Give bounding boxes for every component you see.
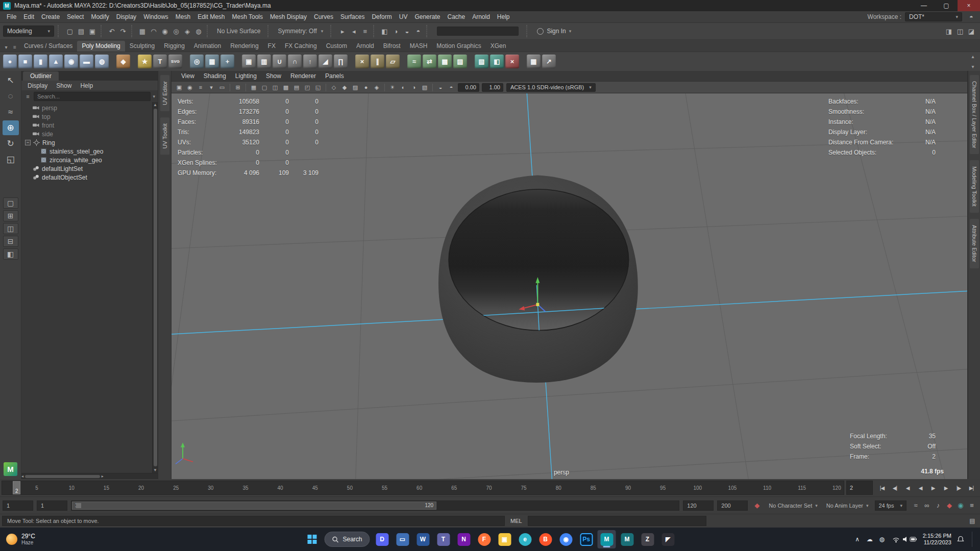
character-key-icon[interactable]: ◆ [751,500,763,511]
bookmark-icon[interactable]: ▾ [206,82,216,92]
animation-start-field[interactable]: 1 [3,500,33,511]
search-input[interactable] [34,92,151,101]
make-live-icon[interactable]: ◍ [193,26,204,37]
outliner-item-persp[interactable]: persp [21,104,152,112]
shelf-tab-animation[interactable]: Animation [189,41,226,52]
poly-plane-icon[interactable]: ▬ [80,55,93,68]
scene[interactable]: Verts:10505800Edges:17327600Faces:893160… [172,93,967,479]
free-point-icon[interactable]: + [220,55,234,68]
outliner-item-top[interactable]: top [21,112,152,121]
panel-menu-lighting[interactable]: Lighting [231,72,261,80]
snap-point-icon[interactable]: ◉ [159,26,170,37]
ipr-render-icon[interactable]: ◒ [401,26,412,37]
step-back-button[interactable]: ◀ [901,482,914,494]
maximize-button[interactable]: ▢ [935,0,958,11]
menu-create[interactable]: Create [38,12,63,21]
undo-icon[interactable]: ↶ [106,26,117,37]
bevel-icon[interactable]: ◢ [318,55,332,68]
mudbox-app[interactable]: M [618,530,636,548]
scroll-down-icon[interactable]: ▼ [153,467,157,473]
script-editor-icon[interactable]: ▤ [967,516,978,526]
render-current-frame-icon[interactable]: ◑ [390,26,401,37]
menu-cache[interactable]: Cache [444,12,469,21]
camera-attributes-icon[interactable]: ≡ [195,82,206,92]
chrome-app[interactable]: ◉ [557,530,575,548]
two-pane-side-layout[interactable]: ◫ [3,223,18,234]
onedrive-icon[interactable]: ☁ [866,536,874,543]
shelf-tab-rigging[interactable]: Rigging [159,41,189,52]
redo-icon[interactable]: ↷ [117,26,129,37]
discord-app[interactable]: D [373,530,391,548]
ui-toggle-down-icon[interactable]: ▾ [969,62,977,71]
show-desktop-button[interactable] [972,532,974,547]
playback-start-field[interactable]: 1 [37,500,67,511]
scroll-right-icon[interactable]: ▸ [102,473,104,479]
file-save-icon[interactable]: ▣ [87,26,98,37]
expand-collapse-toggle[interactable]: − [25,140,31,145]
menu-arnold[interactable]: Arnold [469,12,494,21]
menu-modify[interactable]: Modify [87,12,112,21]
camera-select-icon[interactable]: ▣ [174,82,184,92]
outliner-item-defaultlightset[interactable]: defaultLightSet [21,164,152,173]
mel-label[interactable]: MEL [508,518,524,524]
live-surface-label[interactable]: No Live Surface [213,28,264,35]
file-explorer-app[interactable]: ▣ [496,530,514,548]
notification-bell-icon[interactable] [957,536,964,543]
select-tool[interactable]: ↖ [3,73,19,88]
range-bar[interactable]: 1 120 [72,502,436,510]
make-live-icon[interactable]: ◎ [190,55,204,68]
shelf-gear-icon[interactable]: ≡ [11,42,19,52]
time-slider-track[interactable]: 2 51015202530354045505560657075808590951… [2,481,844,495]
single-pane-layout[interactable]: ▢ [3,197,18,209]
shadows-icon[interactable]: ◐ [398,82,408,92]
shelf-tab-fx-caching[interactable]: FX Caching [280,41,322,52]
quick-selection-field[interactable] [437,27,519,36]
menu-curves[interactable]: Curves [310,12,337,21]
film-gate-icon[interactable]: ▢ [259,82,270,92]
insert-edge-loop-icon[interactable]: ∥ [371,55,384,68]
edge-app[interactable]: e [516,530,534,548]
menu-mesh[interactable]: Mesh [172,12,194,21]
workspace-gear-icon[interactable]: ◓ [966,11,977,22]
type-tool-icon[interactable]: T [153,55,167,68]
open-render-view-icon[interactable]: ◧ [379,26,390,37]
star-poly-icon[interactable]: ★ [138,55,152,68]
scroll-left-icon[interactable]: ◂ [21,473,23,479]
anim-layer-select[interactable]: No Anim Layer ▾ [824,503,871,509]
extrude-icon[interactable]: ↑ [303,55,317,68]
current-frame-indicator[interactable]: 2 [13,481,20,494]
shelf-tab-rendering[interactable]: Rendering [226,41,263,52]
move-tool[interactable]: ⊕ [3,120,19,135]
safe-action-icon[interactable]: ◰ [302,82,312,92]
smooth-mesh-icon[interactable]: ≈ [407,55,421,68]
shelf-tab-menu-icon[interactable]: ▾ [2,42,10,52]
export-selection-icon[interactable]: ↗ [542,55,556,68]
menu-mesh-display[interactable]: Mesh Display [266,12,310,21]
snap-projected-center-icon[interactable]: ◎ [170,26,182,37]
poly-torus-icon[interactable]: ◉ [64,55,78,68]
sign-in-button[interactable]: Sign In ▾ [533,28,575,35]
outliner-vertical-scrollbar[interactable]: ▲ ▼ [152,102,158,473]
remesh-icon[interactable]: ▩ [438,55,452,68]
poly-cone-icon[interactable]: ▲ [49,55,63,68]
snap-view-plane-icon[interactable]: ◈ [182,26,193,37]
clock[interactable]: 2:15:26 PM 11/22/2023 [923,533,951,546]
shelf-tab-poly-modeling[interactable]: Poly Modeling [77,41,125,52]
menu-edit[interactable]: Edit [20,12,38,21]
outliner-item-defaultobjectset[interactable]: defaultObjectSet [21,173,152,182]
file-new-icon[interactable]: ▢ [64,26,76,37]
poly-cube-icon[interactable]: ■ [18,55,32,68]
four-pane-layout[interactable]: ⊞ [3,210,18,221]
outliner-item-front[interactable]: front [21,121,152,130]
outliner-item-stainless-steel-geo[interactable]: stainless_steel_geo [21,147,152,156]
scrollbar-thumb[interactable] [25,475,100,478]
uv-auto-icon[interactable]: ◧ [490,55,504,68]
menu-mesh-tools[interactable]: Mesh Tools [229,12,266,21]
panel-menu-renderer[interactable]: Renderer [286,72,321,80]
side-tab-uv-toolkit[interactable]: UV Toolkit [160,117,169,155]
menu-help[interactable]: Help [494,12,513,21]
textured-icon[interactable]: ▨ [350,82,360,92]
shelf-tab-custom[interactable]: Custom [322,41,352,52]
channel-box-toggle-icon[interactable]: ◫ [954,26,966,37]
super-shape-icon[interactable]: ◆ [116,55,130,68]
